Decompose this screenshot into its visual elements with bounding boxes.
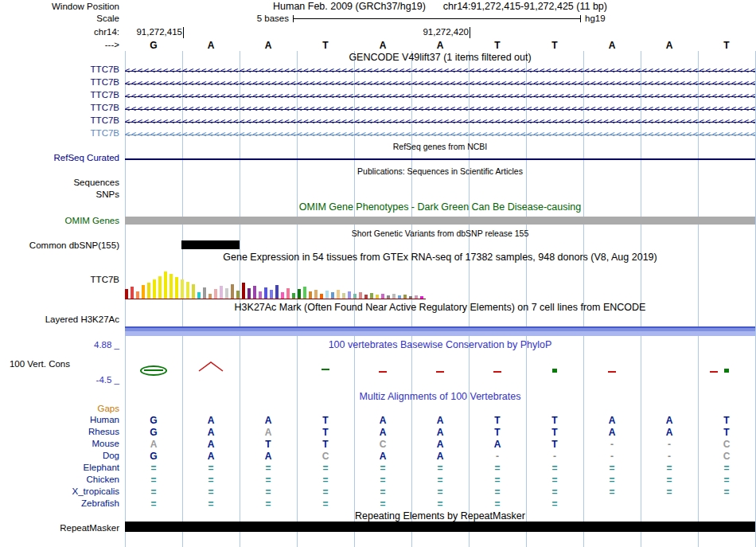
h3k27ac-signal-bar[interactable] [125, 326, 755, 336]
gencode-track-title[interactable]: GENCODE V49lift37 (1 items filtered out) [125, 53, 755, 63]
gtex-bar [136, 291, 139, 299]
gtex-expression-chart[interactable] [125, 268, 755, 299]
gencode-transcript-label[interactable]: TTC7B [0, 115, 119, 126]
alignment-base: T [297, 439, 354, 450]
dbsnp-track-title[interactable]: Short Genetic Variants from dbSNP releas… [125, 229, 755, 239]
gtex-bar [192, 284, 195, 299]
gtex-track-title[interactable]: Gene Expression in 54 tissues from GTEx … [125, 252, 755, 263]
alignment-base: - [469, 451, 526, 462]
window-position-label: Window Position [0, 2, 119, 12]
gtex-bar [348, 291, 351, 299]
genome-browser-view: Window Position Human Feb. 2009 (GRCh37/… [0, 0, 756, 547]
gencode-transcript-label[interactable]: TTC7B [0, 77, 119, 88]
gencode-transcript-label[interactable]: TTC7B [0, 128, 119, 139]
gtex-bar [264, 287, 267, 299]
cons-ellipse-line [144, 369, 163, 371]
species-label[interactable]: Human [0, 415, 119, 425]
species-label[interactable]: Zebrafish [0, 498, 119, 509]
gtex-bar [214, 289, 217, 299]
gtex-bar [387, 295, 390, 299]
ruler-tick-label: 91,272,420 [373, 27, 470, 38]
h3k27ac-track-title[interactable]: H3K27Ac Mark (Often Found Near Active Re… [125, 303, 755, 313]
repeatmasker-label[interactable]: RepeatMasker [0, 523, 119, 533]
gtex-bar [381, 294, 384, 299]
alignment-base: = [240, 463, 297, 474]
alignment-base: = [297, 463, 354, 474]
gencode-transcript-row[interactable]: <<<<<<<<<<<<<<<<<<<<<<<<<<<<<<<<<<<<<<<<… [125, 103, 755, 115]
gtex-bar [253, 286, 256, 299]
publications-track-title[interactable]: Publications: Sequences in Scientific Ar… [125, 166, 755, 177]
cons-track-label[interactable]: 100 Vert. Cons [0, 359, 70, 369]
phylop-track-title[interactable]: 100 vertebrates Basewise Conservation by… [125, 340, 755, 350]
gtex-bar [392, 294, 396, 299]
refseq-curated-label[interactable]: RefSeq Curated [0, 153, 119, 163]
gtex-bar [220, 286, 223, 299]
ruler-base: G [125, 40, 182, 51]
omim-genes-bar[interactable] [125, 217, 755, 225]
gencode-transcript-row[interactable]: <<<<<<<<<<<<<<<<<<<<<<<<<<<<<<<<<<<<<<<<… [125, 115, 755, 128]
gtex-bar [164, 272, 167, 299]
alignment-base: - [583, 439, 641, 450]
alignment-base: T [297, 415, 354, 426]
alignment-base: A [354, 427, 411, 438]
alignment-base: T [526, 439, 583, 450]
alignment-base: C [698, 451, 755, 462]
alignment-base: A [411, 427, 469, 438]
gtex-bar [125, 289, 128, 299]
alignment-base: A [354, 451, 411, 462]
gaps-label[interactable]: Gaps [0, 404, 119, 414]
species-label[interactable]: Chicken [0, 475, 119, 485]
cons-max-label: 4.88 _ [0, 340, 119, 350]
gtex-bar [131, 287, 134, 299]
gencode-transcript-row[interactable]: <<<<<<<<<<<<<<<<<<<<<<<<<<<<<<<<<<<<<<<<… [125, 64, 755, 77]
snps-label[interactable]: SNPs [0, 189, 119, 200]
repeatmasker-bar[interactable] [125, 522, 755, 532]
refseq-track-title[interactable]: RefSeq genes from NCBI [125, 142, 755, 152]
sequences-label[interactable]: Sequences [0, 178, 119, 188]
dbsnp-label[interactable]: Common dbSNP(155) [0, 240, 119, 251]
alignment-base: T [240, 439, 297, 450]
refseq-curated-line[interactable] [125, 158, 755, 160]
gencode-transcript-row[interactable]: <<<<<<<<<<<<<<<<<<<<<<<<<<<<<<<<<<<<<<<<… [125, 128, 755, 141]
alignment-base: = [526, 475, 583, 486]
gencode-transcript-label[interactable]: TTC7B [0, 64, 119, 75]
gencode-transcript-row[interactable]: <<<<<<<<<<<<<<<<<<<<<<<<<<<<<<<<<<<<<<<<… [125, 77, 755, 90]
alignment-base: C [297, 451, 354, 462]
gtex-bar [415, 295, 418, 299]
h3k27ac-label[interactable]: Layered H3K27Ac [0, 315, 119, 325]
species-label[interactable]: Mouse [0, 439, 119, 449]
scale-bar-line [294, 18, 580, 19]
alignment-base: = [240, 475, 297, 486]
cons-green-square [724, 369, 729, 373]
repeatmasker-track-title[interactable]: Repeating Elements by RepeatMasker [125, 511, 755, 522]
species-label[interactable]: Dog [0, 451, 119, 461]
alignment-base: = [297, 475, 354, 486]
omim-genes-label[interactable]: OMIM Genes [0, 216, 119, 226]
gtex-bar [376, 295, 379, 299]
alignment-base: = [354, 463, 411, 474]
conservation-track[interactable] [125, 353, 755, 381]
dbsnp-variant-bar[interactable] [181, 240, 240, 249]
gencode-transcript-label[interactable]: TTC7B [0, 90, 119, 100]
cons-red-dash [608, 371, 616, 373]
gtex-bar [286, 288, 290, 299]
multiz-track-title[interactable]: Multiz Alignments of 100 Vertebrates [125, 392, 755, 402]
gtex-gene-label[interactable]: TTC7B [0, 275, 119, 285]
gencode-transcript-row[interactable]: <<<<<<<<<<<<<<<<<<<<<<<<<<<<<<<<<<<<<<<<… [125, 90, 755, 103]
alignment-base: = [583, 486, 641, 498]
omim-track-title[interactable]: OMIM Gene Phenotypes - Dark Green Can Be… [125, 202, 755, 213]
alignment-base: = [698, 463, 755, 474]
transcript-arrow-marks: <<<<<<<<<<<<<<<<<<<<<<<<<<<<<<<<<<<<<<<<… [125, 128, 755, 141]
gencode-transcript-label[interactable]: TTC7B [0, 103, 119, 113]
alignment-base: = [182, 486, 240, 498]
gtex-bar [197, 292, 201, 299]
alignment-base: A [641, 427, 698, 438]
alignment-base: T [469, 415, 526, 426]
species-label[interactable]: Elephant [0, 463, 119, 473]
alignment-base: T [698, 415, 755, 426]
alignment-base: T [526, 427, 583, 438]
alignment-base: G [125, 451, 182, 462]
species-label[interactable]: X_tropicalis [0, 486, 119, 497]
species-label[interactable]: Rhesus [0, 427, 119, 437]
alignment-base: = [469, 498, 526, 510]
